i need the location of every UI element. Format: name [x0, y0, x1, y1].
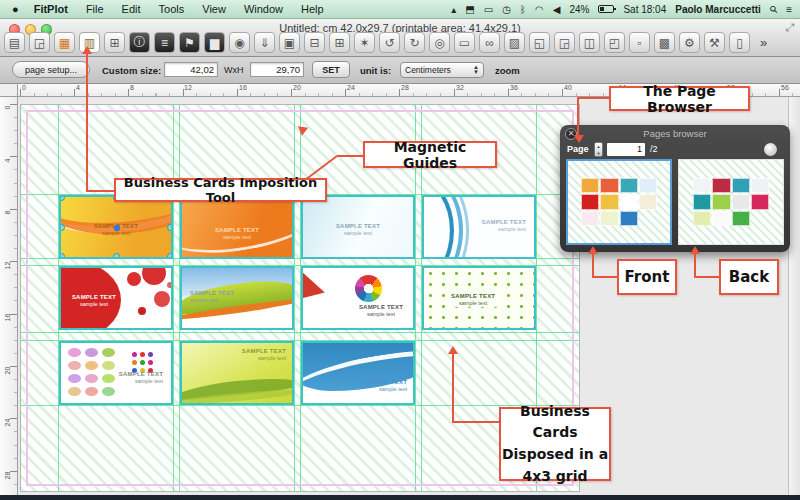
page-number-input[interactable]: 1	[607, 143, 645, 156]
selection-handle[interactable]	[167, 224, 173, 231]
v-tick-label: 28	[4, 470, 11, 482]
align-bottom-right-icon[interactable]: ◲	[554, 32, 575, 53]
magnetic-guide-horizontal[interactable]	[21, 405, 579, 406]
magnetic-guide-vertical[interactable]	[294, 105, 295, 491]
redo-icon[interactable]: ↻	[404, 32, 425, 53]
adjustments-icon[interactable]: ≡	[154, 32, 175, 53]
callout-arrow-line	[592, 253, 594, 278]
fullscreen-icon[interactable]: ⤢	[785, 21, 794, 34]
pattern-icon[interactable]: ▩	[654, 32, 675, 53]
back-page-thumbnail[interactable]	[678, 159, 784, 245]
page-margin-icon[interactable]: ▭	[454, 32, 475, 53]
plotter-icon[interactable]: ▤	[4, 32, 25, 53]
link-icon[interactable]: ∞	[479, 32, 500, 53]
select-arrows-icon: ▲▼	[473, 65, 479, 75]
menu-view[interactable]: View	[193, 3, 235, 15]
user-menu[interactable]: Paolo Marcuccetti	[675, 4, 761, 15]
align-top-left-icon[interactable]: ◰	[604, 32, 625, 53]
business-card[interactable]: SAMPLE TEXT sample text	[180, 266, 294, 330]
card-subtitle: sample text	[363, 386, 407, 392]
page-setup-button[interactable]: page setup...	[12, 61, 90, 78]
duplicate-cards-icon[interactable]: ⊟	[304, 32, 325, 53]
unit-is-label: unit is:	[360, 65, 391, 76]
toolbar-overflow-icon[interactable]: »	[760, 35, 767, 50]
width-input[interactable]: 42,02	[164, 62, 218, 77]
stepper-up-icon[interactable]: ▲	[597, 144, 601, 149]
menu-window[interactable]: Window	[235, 3, 292, 15]
callout-magnetic-guides: Magnetic Guides	[363, 141, 497, 168]
window-chrome: Untitled: cm 42.0x29.7 (printable area: …	[0, 19, 800, 57]
business-card[interactable]: SAMPLE TEXT sample text	[301, 266, 415, 330]
export-image-icon[interactable]: ◲	[29, 32, 50, 53]
align-bottom-left-icon[interactable]: ◱	[529, 32, 550, 53]
photo-icon[interactable]: ▨	[504, 32, 525, 53]
panel-title: Pages browser	[560, 128, 790, 139]
preview-image-icon[interactable]: ▣	[279, 32, 300, 53]
tools-icon[interactable]: ⚒	[704, 32, 725, 53]
volume-icon[interactable]: ◀	[553, 4, 561, 15]
front-page-thumbnail[interactable]	[566, 159, 672, 245]
menu-tools[interactable]: Tools	[150, 3, 194, 15]
gear-add-icon[interactable]: ⚙	[679, 32, 700, 53]
v-tick-label: 0	[4, 102, 11, 114]
business-card[interactable]: SAMPLE TEXT sample text	[422, 195, 536, 259]
grid-cards-icon[interactable]: ⊞	[329, 32, 350, 53]
info-icon[interactable]: ⓘ	[129, 32, 150, 53]
panel-action-button[interactable]	[764, 143, 777, 156]
dashed-page-icon[interactable]: ▫	[629, 32, 650, 53]
menu-help[interactable]: Help	[292, 3, 333, 15]
card-subtitle: sample text	[451, 300, 495, 306]
undo-icon[interactable]: ↺	[379, 32, 400, 53]
montage-grid-icon[interactable]: ▦	[54, 32, 75, 53]
stats-icon[interactable]: ▆	[204, 32, 225, 53]
page-stepper[interactable]: ▲▼	[594, 142, 603, 157]
align-center-icon[interactable]: ◫	[579, 32, 600, 53]
business-card[interactable]: SAMPLE TEXT sample text	[301, 341, 415, 405]
page-total-label: /2	[650, 144, 658, 154]
business-card[interactable]: SAMPLE TEXT sample text	[59, 266, 173, 330]
selection-handle[interactable]	[59, 195, 65, 201]
ruler-page-icon[interactable]: ▯	[729, 32, 750, 53]
business-card[interactable]: SAMPLE TEXT sample text	[59, 341, 173, 405]
pin-icon[interactable]: ◎	[429, 32, 450, 53]
status-app-icon[interactable]: ▴	[451, 4, 456, 15]
wifi-icon[interactable]: ◠	[535, 4, 544, 15]
business-card[interactable]: SAMPLE TEXT sample text	[180, 341, 294, 405]
menu-fitplot[interactable]: FitPlot	[25, 3, 77, 15]
notification-center-icon[interactable]: ≡	[786, 4, 792, 15]
selection-handle[interactable]	[59, 253, 65, 259]
dropbox-icon[interactable]: ⬒	[465, 4, 474, 15]
magic-layout-icon[interactable]: ✶	[354, 32, 375, 53]
arrow-up-icon	[448, 346, 458, 354]
menu-file[interactable]: File	[77, 3, 113, 15]
selection-handle[interactable]	[167, 253, 173, 259]
callout-grid-line3: 4x3 grid	[522, 466, 587, 488]
apple-menu-icon[interactable]: ●	[8, 3, 25, 15]
rotation-handle[interactable]	[114, 225, 120, 231]
arrow-up-icon	[588, 246, 598, 254]
pagination-icon[interactable]: ⊞	[104, 32, 125, 53]
magnetic-guide-horizontal[interactable]	[21, 332, 579, 333]
magnetic-guide-vertical[interactable]	[173, 105, 174, 491]
menubar-clock[interactable]: Sat 18:04	[623, 4, 666, 15]
set-button[interactable]: SET	[312, 61, 350, 78]
battery-percent: 24%	[569, 4, 589, 15]
menu-edit[interactable]: Edit	[113, 3, 150, 15]
bluetooth-icon[interactable]: ᛒ	[520, 4, 526, 15]
card-title: SAMPLE TEXT	[190, 290, 234, 297]
unit-select[interactable]: Centimeters ▲▼	[400, 62, 484, 78]
card-subtitle: sample text	[119, 378, 163, 384]
selection-handle[interactable]	[113, 253, 120, 259]
height-input[interactable]: 29,70	[250, 62, 304, 77]
tag-icon[interactable]: ⚑	[179, 32, 200, 53]
business-card[interactable]: SAMPLE TEXT sample text	[422, 266, 536, 330]
battery-icon[interactable]	[598, 5, 614, 13]
stepper-down-icon[interactable]: ▼	[597, 151, 601, 156]
v-tick-label: 8	[4, 207, 11, 219]
camera-icon[interactable]: ◉	[229, 32, 250, 53]
zoom-label: zoom	[495, 65, 520, 76]
time-machine-icon[interactable]: ◷	[502, 4, 511, 15]
spotlight-icon[interactable]: ⚲	[767, 3, 780, 16]
display-icon[interactable]: ▭	[484, 4, 493, 15]
import-image-icon[interactable]: ⇓	[254, 32, 275, 53]
